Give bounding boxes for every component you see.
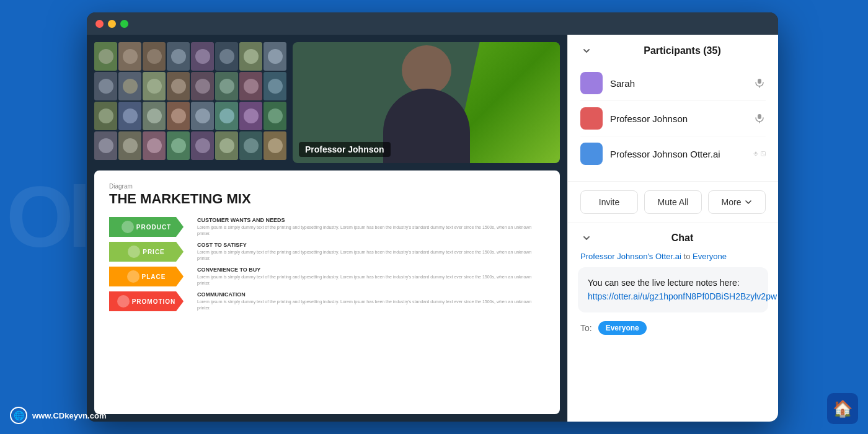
product-desc: CUSTOMER WANTS AND NEEDS Lorem ipsum is … [197,217,545,237]
chat-header: Chat [568,223,778,249]
grid-thumb-15 [239,72,262,100]
participants-section: Participants (35) Sarah [568,35,778,182]
chevron-participants-icon[interactable] [580,45,593,57]
more-button[interactable]: More [708,190,766,214]
promotion-desc-text: Lorem ipsum is simply dummy text of the … [197,299,545,311]
chat-to-everyone: Everyone [693,252,727,261]
chat-section: Chat Professor Johnson's Otter.ai to Eve… [568,223,778,422]
marketing-rows: PRODUCT CUSTOMER WANTS AND NEEDS Lorem i… [109,217,545,311]
chat-to-label: To: [580,323,592,333]
grid-thumb-26 [118,131,141,160]
main-window: Professor Johnson Diagram THE MARKETING … [87,12,778,422]
promotion-label: PROMOTION [132,298,176,305]
chat-message-box: You can see the live lecture notes here:… [578,267,768,312]
chevron-chat-icon[interactable] [580,232,593,244]
content-area: Professor Johnson Diagram THE MARKETING … [87,35,778,422]
svg-rect-4 [755,152,757,154]
arrow-promotion: PROMOTION [109,291,190,311]
grid-thumb-21 [191,102,214,130]
price-desc: COST TO SATISFY Lorem ipsum is simply du… [197,242,545,262]
grid-thumb-2 [118,42,141,71]
chat-sender-link[interactable]: Professor Johnson's Otter.ai [580,252,681,261]
globe-icon: 🌐 [10,407,27,424]
mute-all-button[interactable]: Mute All [644,190,702,214]
place-label: PLACE [142,273,166,280]
watermark-url: www.CDkeyvn.com [32,411,106,420]
action-buttons: Invite Mute All More [568,182,778,223]
grid-thumb-31 [239,131,262,160]
grid-thumb-22 [215,102,238,130]
mic-icon-otter [753,148,766,160]
logo-bottom-right: 🏠 [827,393,858,424]
promotion-desc: COMMUNICATION Lorem ipsum is simply dumm… [197,291,545,311]
place-desc: CONVENIENCE TO BUY Lorem ipsum is simply… [197,267,545,286]
grid-thumb-12 [167,72,190,100]
grid-thumb-16 [264,72,286,100]
chat-title: Chat [599,232,766,244]
price-icon [128,246,140,258]
presentation-title: THE MARKETING MIX [109,191,545,207]
chat-message-text: You can see the live lecture notes here: [588,278,740,288]
grid-thumb-30 [215,131,238,160]
grid-thumb-32 [264,131,286,160]
chat-to-badge[interactable]: Everyone [598,321,647,335]
chat-message-link[interactable]: https://otter.ai/u/gz1hponfN8Pf0DBiSH2Bz… [588,291,777,301]
svg-rect-2 [758,114,761,119]
avatar-otter [580,143,603,165]
grid-thumb-10 [118,72,141,100]
product-icon [122,221,134,233]
place-desc-text: Lorem ipsum is simply dummy text of the … [197,274,545,286]
arrow-product: PRODUCT [109,217,190,237]
chevron-more-icon [745,198,752,206]
participant-name-professor-johnson: Professor Johnson [610,113,746,124]
promotion-icon [117,295,130,308]
grid-thumb-20 [167,102,190,130]
chat-to-row: To: Everyone [568,312,778,343]
arrow-price: PRICE [109,242,190,262]
svg-line-7 [762,153,764,155]
sidebar: Participants (35) Sarah [567,35,778,422]
arrow-body-price: PRICE [109,242,184,262]
price-desc-title: COST TO SATISFY [197,242,545,248]
speaker-silhouette [383,45,470,163]
grid-thumb-9 [94,72,117,100]
grid-thumb-17 [94,102,117,130]
watermark: 🌐 www.CDkeyvn.com [10,407,106,424]
arrow-body-place: PLACE [109,267,184,286]
grid-thumb-3 [143,42,166,71]
video-panel: Professor Johnson Diagram THE MARKETING … [87,35,567,422]
grid-thumb-24 [264,102,286,130]
marketing-row-place: PLACE CONVENIENCE TO BUY Lorem ipsum is … [109,267,545,286]
svg-rect-0 [758,79,761,84]
place-desc-title: CONVENIENCE TO BUY [197,267,545,273]
grid-thumb-28 [167,131,190,160]
grid-thumb-5 [191,42,214,71]
participant-grid [94,42,286,160]
presentation-label: Diagram [109,183,545,190]
grid-thumb-29 [191,131,214,160]
grid-thumb-19 [143,102,166,130]
grid-thumb-14 [215,72,238,100]
arrow-body-promotion: PROMOTION [109,291,184,311]
participant-item-professor-johnson: Professor Johnson [580,101,766,136]
price-desc-text: Lorem ipsum is simply dummy text of the … [197,249,545,262]
traffic-lights [95,20,128,28]
product-label: PRODUCT [136,224,171,231]
avatar-professor-johnson [580,107,603,130]
promotion-desc-title: COMMUNICATION [197,291,545,298]
participant-name-sarah: Sarah [610,78,746,89]
grid-thumb-18 [118,102,141,130]
arrow-place: PLACE [109,267,190,286]
titlebar [87,12,778,35]
mic-icon-sarah [753,77,766,89]
minimize-button[interactable] [108,20,116,28]
maximize-button[interactable] [120,20,128,28]
arrow-body-product: PRODUCT [109,217,184,237]
grid-thumb-8 [264,42,286,71]
price-label: PRICE [143,249,165,255]
participant-item-otter: Professor Johnson Otter.ai [580,136,766,171]
close-button[interactable] [95,20,104,28]
place-icon [127,270,140,283]
chat-sender-to: to [684,252,693,261]
invite-button[interactable]: Invite [580,190,638,214]
